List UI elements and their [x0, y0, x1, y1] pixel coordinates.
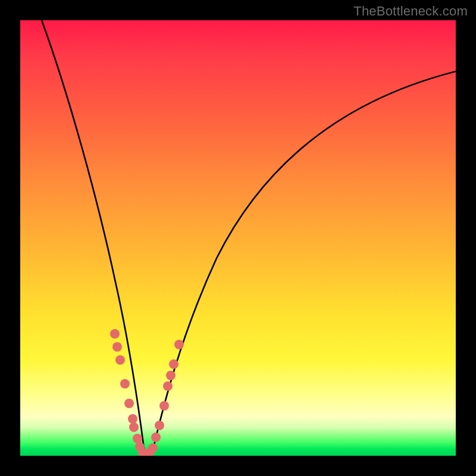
watermark-text: TheBottleneck.com [353, 4, 468, 19]
curve-dot [151, 433, 161, 442]
curve-dot [169, 359, 178, 369]
curve-dot [163, 381, 173, 391]
curve-dot [155, 421, 164, 430]
bottleneck-curve-path [42, 20, 456, 455]
curve-dot [148, 443, 158, 453]
curve-dot [174, 340, 184, 349]
outer-frame: TheBottleneck.com [0, 0, 476, 476]
curve-dot [124, 399, 134, 408]
curve-dot [115, 355, 125, 365]
curve-dot [128, 414, 137, 424]
curve-dot [166, 371, 176, 380]
curve-dot [129, 422, 139, 432]
curve-dot [159, 401, 169, 411]
curve-dot [110, 329, 120, 339]
chart-svg [20, 20, 456, 456]
plot-area [20, 20, 456, 456]
curve-dots-group [110, 329, 184, 456]
curve-dot [120, 379, 130, 389]
curve-dot [133, 434, 142, 443]
curve-dot [112, 342, 122, 352]
